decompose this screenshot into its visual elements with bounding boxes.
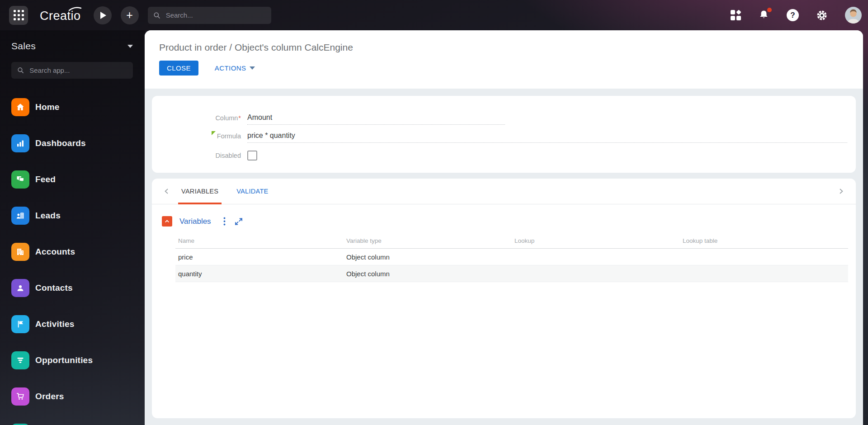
sidebar-item-opportunities[interactable]: Opportunities xyxy=(11,351,133,369)
sidebar-item-activities[interactable]: Activities xyxy=(11,315,133,333)
chevron-down-icon xyxy=(127,45,133,48)
notification-badge-dot xyxy=(767,8,772,12)
cart-icon xyxy=(11,387,29,406)
form-row-formula: Formula price * quantity xyxy=(152,125,856,143)
cell-lookup-table xyxy=(680,265,848,282)
main-panel: Product in order / Object's column CalcE… xyxy=(145,30,863,425)
avatar-photo xyxy=(845,7,862,24)
tab-strip: VARIABLES VALIDATE xyxy=(152,179,856,204)
column-header-name[interactable]: Name xyxy=(175,237,344,249)
search-icon xyxy=(17,66,24,74)
kebab-menu-icon xyxy=(223,217,226,226)
help-button[interactable]: ? xyxy=(787,9,799,21)
topbar-right-icons: ? xyxy=(731,7,862,24)
chevron-up-icon xyxy=(164,218,170,225)
cards-area: Column* Amount Formula price * quantity … xyxy=(145,89,863,418)
home-icon xyxy=(11,98,29,116)
variables-table-header-row: Name Variable type Lookup Lookup table xyxy=(175,237,848,249)
variables-table: Name Variable type Lookup Lookup table p… xyxy=(175,237,848,282)
disabled-checkbox[interactable] xyxy=(247,151,257,161)
cell-lookup xyxy=(512,265,680,282)
topbar: Creatio + ? xyxy=(0,0,868,30)
tab-variables[interactable]: VARIABLES xyxy=(178,179,222,204)
sidebar-item-contacts[interactable]: Contacts xyxy=(11,279,133,297)
sidebar-item-orders[interactable]: Orders xyxy=(11,387,133,406)
actions-menu-button[interactable]: ACTIONS xyxy=(215,64,255,72)
settings-button[interactable] xyxy=(816,9,828,22)
column-field-value[interactable]: Amount xyxy=(247,113,505,125)
sidebar-item-leads[interactable]: Leads xyxy=(11,207,133,225)
column-header-lookup[interactable]: Lookup xyxy=(512,237,680,249)
global-search[interactable] xyxy=(148,7,271,24)
form-row-column: Column* Amount xyxy=(152,107,856,125)
notifications-button[interactable] xyxy=(758,9,770,21)
sidebar-item-dashboards[interactable]: Dashboards xyxy=(11,134,133,152)
formula-field-value[interactable]: price * quantity xyxy=(247,132,847,143)
sidebar: Sales Home Dashboards xyxy=(0,30,145,425)
calc-engine-form: Column* Amount Formula price * quantity … xyxy=(152,96,856,173)
app-search-input[interactable] xyxy=(28,66,127,75)
leads-icon xyxy=(11,207,29,225)
variables-section-header: Variables xyxy=(162,216,856,227)
workspace-selector[interactable]: Sales xyxy=(11,41,133,52)
tab-validate[interactable]: VALIDATE xyxy=(233,179,271,204)
cell-lookup xyxy=(512,249,680,265)
sidebar-nav: Home Dashboards Feed xyxy=(11,98,133,425)
app-grid-icon xyxy=(14,10,24,20)
cell-variable-type: Object column xyxy=(344,249,512,265)
tabs-scroll-left-button[interactable] xyxy=(163,187,171,195)
close-button[interactable]: CLOSE xyxy=(159,61,198,76)
form-row-disabled: Disabled xyxy=(152,143,856,164)
building-icon xyxy=(11,243,29,261)
column-header-lookup-table[interactable]: Lookup table xyxy=(680,237,848,249)
apps-marketplace-icon xyxy=(731,10,741,20)
table-row[interactable]: quantity Object column xyxy=(175,265,848,282)
modified-marker-icon xyxy=(212,131,216,135)
expand-section-button[interactable] xyxy=(234,217,243,226)
column-header-variable-type[interactable]: Variable type xyxy=(344,237,512,249)
marketplace-apps-button[interactable] xyxy=(731,10,741,20)
active-tab-underline xyxy=(178,203,222,204)
global-search-input[interactable] xyxy=(165,11,266,19)
run-process-button[interactable] xyxy=(94,6,112,24)
page-actions-row: CLOSE ACTIONS xyxy=(159,61,849,76)
collapse-section-button[interactable] xyxy=(162,216,172,227)
disabled-field-label: Disabled xyxy=(152,152,241,159)
logo-swoosh-icon xyxy=(68,6,82,11)
sidebar-item-accounts[interactable]: Accounts xyxy=(11,243,133,261)
page-header: Product in order / Object's column CalcE… xyxy=(145,30,863,89)
variables-section-title[interactable]: Variables xyxy=(179,217,211,226)
page-title: Product in order / Object's column CalcE… xyxy=(159,42,849,53)
column-field-label: Column* xyxy=(152,114,241,125)
section-menu-button[interactable] xyxy=(223,217,226,226)
plus-icon: + xyxy=(126,9,133,21)
funnel-icon xyxy=(11,351,29,369)
person-icon xyxy=(11,279,29,297)
formula-field-label: Formula xyxy=(152,132,241,143)
details-card: VARIABLES VALIDATE Vari xyxy=(152,179,856,418)
expand-arrows-icon xyxy=(234,217,243,226)
play-icon xyxy=(100,12,106,19)
sidebar-item-home[interactable]: Home xyxy=(11,98,133,116)
table-row[interactable]: price Object column xyxy=(175,249,848,265)
sidebar-item-feed[interactable]: Feed xyxy=(11,170,133,189)
search-icon xyxy=(153,11,160,19)
creatio-logo: Creatio xyxy=(40,8,81,22)
feed-bubbles-icon xyxy=(11,170,29,189)
app-search[interactable] xyxy=(11,62,133,79)
bar-chart-icon xyxy=(11,134,29,152)
user-avatar[interactable] xyxy=(845,7,862,24)
gear-icon xyxy=(816,9,828,22)
tabs-scroll-right-button[interactable] xyxy=(837,187,845,195)
cell-name: price xyxy=(175,249,344,265)
chevron-down-icon xyxy=(250,66,255,70)
required-asterisk: * xyxy=(238,114,241,122)
cell-variable-type: Object column xyxy=(344,265,512,282)
chevron-left-icon xyxy=(163,187,171,195)
cell-name: quantity xyxy=(175,265,344,282)
app-menu-button[interactable] xyxy=(9,6,28,25)
workspace-name: Sales xyxy=(11,41,36,52)
quick-add-button[interactable]: + xyxy=(121,6,139,24)
cell-lookup-table xyxy=(680,249,848,265)
chevron-right-icon xyxy=(837,187,845,195)
